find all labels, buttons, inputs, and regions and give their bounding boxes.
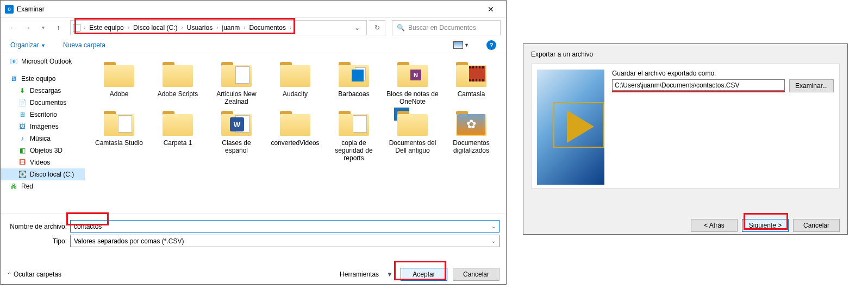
folder-icon xyxy=(453,108,490,138)
accept-button[interactable]: Aceptar xyxy=(401,268,447,281)
breadcrumb-dropdown-icon[interactable]: ⌄ xyxy=(350,24,364,32)
folder-item[interactable]: Carpeta 1 xyxy=(151,108,204,162)
tree-icon: 📄 xyxy=(18,98,27,107)
new-folder-button[interactable]: Nueva carpeta xyxy=(63,41,105,49)
back-icon[interactable]: ← xyxy=(6,21,19,34)
refresh-icon[interactable]: ↻ xyxy=(369,20,385,35)
up-icon[interactable]: ↑ xyxy=(52,21,65,34)
export-path-label: Guardar el archivo exportado como: xyxy=(612,70,834,77)
folder-item[interactable]: Documentos del Dell antiguo xyxy=(386,108,439,162)
wizard-image xyxy=(537,70,604,185)
breadcrumb-seg[interactable]: juanm xyxy=(219,24,242,32)
folder-icon xyxy=(159,108,196,138)
breadcrumb-seg[interactable]: Este equipo xyxy=(86,24,126,32)
tree-icon: 🖼 xyxy=(18,122,27,131)
cancel-button[interactable]: Cancelar xyxy=(453,268,499,281)
export-path-input[interactable]: C:\Users\juanm\Documents\contactos.CSV xyxy=(612,79,785,91)
chevron-right-icon[interactable]: › xyxy=(180,24,184,30)
close-icon[interactable]: ✕ xyxy=(480,1,502,17)
breadcrumb-seg[interactable]: Documentos xyxy=(247,24,289,32)
folder-item[interactable]: Audacity xyxy=(268,59,322,105)
search-placeholder: Buscar en Documentos xyxy=(408,24,476,32)
nav-bar: ← → ▾ ↑ › Este equipo › Disco local (C:)… xyxy=(1,17,506,37)
chevron-right-icon[interactable]: › xyxy=(83,24,86,30)
chevron-right-icon[interactable]: › xyxy=(289,24,292,30)
filetype-select[interactable]: Valores separados por comas (*.CSV) ⌄ xyxy=(70,235,499,247)
filetype-label: Tipo: xyxy=(7,237,67,245)
sidebar-item[interactable]: 🖼Imágenes xyxy=(1,121,85,133)
folder-label: Documentos del Dell antiguo xyxy=(386,139,439,154)
folder-label: Documentos digitalizados xyxy=(445,139,498,154)
folder-item[interactable]: NBlocs de notas de OneNote xyxy=(386,59,439,105)
organize-menu[interactable]: Organizar ▼ xyxy=(10,41,46,49)
folder-item[interactable]: Documentos digitalizados xyxy=(445,108,498,162)
tools-menu[interactable]: Herramientas xyxy=(340,271,379,278)
sidebar: 📧Microsoft Outlook🖥Este equipo⬇Descargas… xyxy=(1,53,85,213)
folder-icon xyxy=(453,59,490,89)
folder-item[interactable]: Adobe Scripts xyxy=(151,59,204,105)
breadcrumb[interactable]: › Este equipo › Disco local (C:) › Usuar… xyxy=(70,20,367,35)
back-button[interactable]: < Atrás xyxy=(691,219,738,232)
chevron-right-icon[interactable]: › xyxy=(127,24,130,30)
sidebar-item-label: Descargas xyxy=(30,87,61,95)
chevron-right-icon[interactable]: › xyxy=(215,24,219,30)
sidebar-item[interactable]: 🖧Red xyxy=(1,180,85,192)
sidebar-item[interactable]: 🎞Vídeos xyxy=(1,156,85,168)
sidebar-item-label: Red xyxy=(21,183,33,190)
folder-icon xyxy=(277,108,314,138)
hide-folders-toggle[interactable]: ⌃ Ocultar carpetas xyxy=(7,271,61,278)
browse-button[interactable]: Examinar... xyxy=(789,79,834,92)
folder-icon xyxy=(335,108,372,138)
breadcrumb-seg[interactable]: Disco local (C:) xyxy=(130,24,180,32)
sidebar-item[interactable]: ♪Música xyxy=(1,133,85,144)
folder-item[interactable]: copia de seguridad de reports xyxy=(327,108,380,162)
folder-item[interactable]: convertedVideos xyxy=(268,108,322,162)
chevron-down-icon[interactable]: ▼ xyxy=(384,271,395,278)
next-button[interactable]: Siguiente > xyxy=(742,219,789,232)
tree-icon: 🖥 xyxy=(18,110,27,119)
folder-item[interactable]: Articulos New Zealnad xyxy=(210,59,263,105)
footer: Nombre de archivo: contactos ⌄ Tipo: Val… xyxy=(1,213,506,285)
folder-item[interactable]: Camtasia xyxy=(445,59,498,105)
sidebar-item-label: Escritorio xyxy=(30,111,57,118)
filename-input[interactable]: contactos ⌄ xyxy=(70,220,499,233)
help-icon[interactable]: ? xyxy=(486,40,496,50)
view-options-button[interactable]: ▼ xyxy=(453,41,469,49)
chevron-down-icon[interactable]: ⌄ xyxy=(491,223,496,229)
folder-item[interactable]: WClases de español xyxy=(210,108,263,162)
sidebar-item[interactable]: 💽Disco local (C:) xyxy=(1,168,85,180)
sidebar-item-label: Documentos xyxy=(30,99,66,106)
folder-icon xyxy=(394,108,431,138)
search-icon: 🔍 xyxy=(397,24,405,32)
chevron-right-icon[interactable]: › xyxy=(242,24,246,30)
titlebar: o Examinar ✕ xyxy=(1,1,506,17)
tree-icon: 💽 xyxy=(18,170,27,179)
folder-item[interactable]: Camtasia Studio xyxy=(92,108,146,162)
wizard-body: Guardar el archivo exportado como: C:\Us… xyxy=(531,64,840,189)
tree-icon: ◧ xyxy=(18,146,27,155)
folder-icon: N xyxy=(394,59,431,89)
sidebar-item-label: Imágenes xyxy=(30,123,59,130)
sidebar-item[interactable]: 🖥Escritorio xyxy=(1,109,85,121)
folder-icon xyxy=(277,59,314,89)
breadcrumb-seg[interactable]: Usuarios xyxy=(184,24,215,32)
tree-icon: 🎞 xyxy=(18,158,27,167)
sidebar-item[interactable]: 🖥Este equipo xyxy=(1,73,85,85)
sidebar-item[interactable]: 📧Microsoft Outlook xyxy=(1,55,85,67)
folder-item[interactable]: Barbacoas xyxy=(327,59,380,105)
sidebar-item[interactable]: 📄Documentos xyxy=(1,97,85,109)
folder-icon xyxy=(101,108,138,138)
cancel-button[interactable]: Cancelar xyxy=(793,219,840,232)
search-input[interactable]: 🔍 Buscar en Documentos xyxy=(392,20,501,35)
folder-grid[interactable]: AdobeAdobe ScriptsArticulos New ZealnadA… xyxy=(85,53,506,213)
chevron-down-icon[interactable]: ⌄ xyxy=(491,238,496,244)
filetype-value: Valores separados por comas (*.CSV) xyxy=(74,237,184,245)
sidebar-item[interactable]: ⬇Descargas xyxy=(1,85,85,97)
recent-dropdown-icon[interactable]: ▾ xyxy=(36,21,49,34)
folder-label: Adobe xyxy=(110,90,129,98)
sidebar-item-label: Música xyxy=(30,135,51,142)
folder-label: Audacity xyxy=(283,90,308,98)
folder-item[interactable]: Adobe xyxy=(92,59,146,105)
app-icon: o xyxy=(5,5,14,14)
sidebar-item[interactable]: ◧Objetos 3D xyxy=(1,144,85,156)
